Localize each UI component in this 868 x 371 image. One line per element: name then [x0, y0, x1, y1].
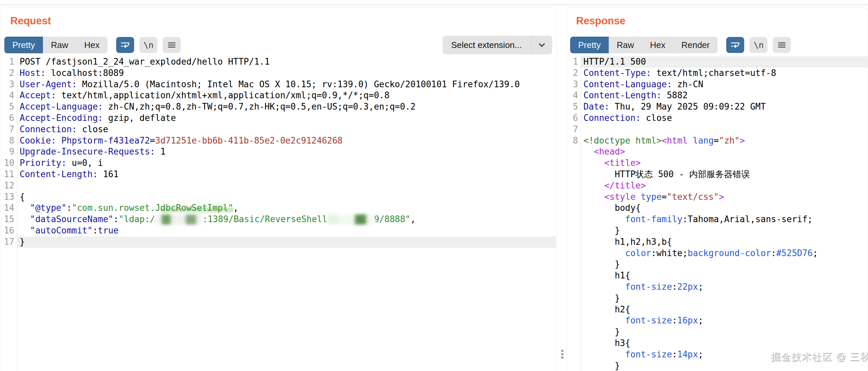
code-line[interactable]: 1HTTP/1.1 500	[567, 56, 868, 67]
line-number: 2	[1, 67, 17, 79]
code-line[interactable]: 7	[567, 124, 868, 135]
line-number	[567, 169, 581, 180]
code-text: "dataSourceName":"ldap:/:1389/Basic/Reve…	[17, 214, 556, 225]
code-line[interactable]: }	[567, 259, 868, 270]
line-number	[567, 304, 581, 315]
code-line[interactable]: 7Connection: close	[1, 124, 556, 135]
line-number: 5	[567, 101, 581, 113]
tab-render[interactable]: Render	[673, 37, 718, 53]
line-number: 3	[1, 79, 17, 90]
code-line[interactable]: 5Date: Thu, 29 May 2025 09:09:22 GMT	[567, 101, 868, 113]
editor-menu-button[interactable]	[163, 37, 181, 53]
code-text: h1{	[581, 270, 868, 281]
code-line[interactable]: 17}	[1, 236, 556, 248]
line-number	[567, 214, 581, 225]
code-line[interactable]: 16 "autoCommit":true	[1, 225, 556, 236]
code-line[interactable]: h1,h2,h3,b{	[567, 236, 868, 248]
code-line[interactable]: <title>	[567, 158, 868, 169]
code-line[interactable]: 6Accept-Encoding: gzip, deflate	[1, 113, 556, 124]
line-number	[567, 180, 581, 192]
code-line[interactable]: 3User-Agent: Mozilla/5.0 (Macintosh; Int…	[1, 79, 556, 90]
line-number	[567, 281, 581, 293]
line-number	[567, 338, 581, 349]
line-number: 12	[1, 180, 17, 192]
tab-hex[interactable]: Hex	[76, 37, 107, 53]
code-line[interactable]: }	[567, 326, 868, 338]
line-number: 6	[567, 113, 581, 124]
code-text: HTTP/1.1 500	[581, 56, 868, 67]
code-text: Content-Language: zh-CN	[581, 79, 868, 90]
code-text: HTTP状态 500 - 内部服务器错误	[581, 169, 868, 180]
code-line[interactable]: 2Host: localhost:8089	[1, 67, 556, 79]
code-line[interactable]: font-size:22px;	[567, 281, 868, 293]
tab-pretty[interactable]: Pretty	[4, 37, 43, 53]
code-line[interactable]: 1POST /fastjson1_2_24_war_exploded/hello…	[1, 56, 556, 67]
code-text: <style type="text/css">	[581, 192, 868, 203]
response-editor[interactable]: 1HTTP/1.1 5002Content-Type: text/html;ch…	[567, 56, 868, 371]
tab-pretty[interactable]: Pretty	[570, 37, 609, 53]
wrap-lines-icon	[730, 40, 740, 50]
code-text: }	[581, 225, 868, 236]
code-line[interactable]: 6Connection: close	[567, 113, 868, 124]
code-text	[581, 124, 868, 135]
code-line[interactable]: 3Content-Language: zh-CN	[567, 79, 868, 90]
wrap-lines-icon	[120, 40, 130, 50]
code-line[interactable]: 2Content-Type: text/html;charset=utf-8	[567, 67, 868, 79]
message-editor-view: Request PrettyRawHex \n	[0, 0, 868, 371]
chevron-down-icon	[531, 40, 552, 50]
editor-menu-button[interactable]	[773, 37, 791, 53]
request-panel-title: Request	[10, 15, 51, 27]
code-line[interactable]: 5Accept-Language: zh-CN,zh;q=0.8,zh-TW;q…	[1, 101, 556, 113]
code-line[interactable]: HTTP状态 500 - 内部服务器错误	[567, 169, 868, 180]
tab-raw[interactable]: Raw	[43, 37, 76, 53]
line-number: 5	[1, 101, 17, 113]
response-tab-group: PrettyRawHexRender	[570, 37, 718, 53]
code-line[interactable]: 8<!doctype html><html lang="zh">	[567, 135, 868, 146]
code-line[interactable]: 13{	[1, 192, 556, 203]
request-editor[interactable]: 1POST /fastjson1_2_24_war_exploded/hello…	[1, 56, 556, 371]
show-newlines-toggle-button[interactable]: \n	[749, 37, 768, 53]
line-number: 4	[567, 90, 581, 101]
request-panel: Request PrettyRawHex \n	[1, 7, 556, 371]
code-text: Accept-Language: zh-CN,zh;q=0.8,zh-TW;q=…	[17, 101, 556, 113]
code-text: }	[581, 326, 868, 338]
code-line[interactable]: 15 "dataSourceName":"ldap:/:1389/Basic/R…	[1, 214, 556, 225]
line-number: 17	[1, 236, 17, 248]
code-line[interactable]: <style type="text/css">	[567, 192, 868, 203]
code-line[interactable]: }	[567, 225, 868, 236]
panel-resize-handle[interactable]	[561, 349, 563, 359]
line-number: 3	[567, 79, 581, 90]
redacted-text	[155, 215, 203, 225]
code-line[interactable]: h3{	[567, 338, 868, 349]
code-line[interactable]: 4Content-Length: 5882	[567, 90, 868, 101]
code-line[interactable]: h2{	[567, 304, 868, 315]
wrap-lines-toggle-button[interactable]	[116, 37, 134, 53]
code-line[interactable]: 12	[1, 180, 556, 192]
code-line[interactable]: font-family:Tahoma,Arial,sans-serif;	[567, 214, 868, 225]
code-line[interactable]: <head>	[567, 146, 868, 158]
code-line[interactable]: 11Content-Length: 161	[1, 169, 556, 180]
newline-glyph: \n	[753, 40, 764, 50]
tab-raw[interactable]: Raw	[609, 37, 642, 53]
line-number	[567, 225, 581, 236]
code-line[interactable]: h1{	[567, 270, 868, 281]
wrap-lines-toggle-button[interactable]	[726, 37, 744, 53]
code-line[interactable]: 4Accept: text/html,application/xhtml+xml…	[1, 90, 556, 101]
tab-hex[interactable]: Hex	[642, 37, 673, 53]
code-line[interactable]: </title>	[567, 180, 868, 192]
code-line[interactable]: body{	[567, 202, 868, 214]
code-line[interactable]: }	[567, 293, 868, 304]
newline-glyph: \n	[144, 40, 153, 50]
extension-select-dropdown[interactable]: Select extension...	[443, 36, 552, 54]
code-text: h1,h2,h3,b{	[581, 236, 868, 248]
code-line[interactable]: 10Priority: u=0, i	[1, 158, 556, 169]
top-divider	[0, 5, 868, 5]
code-line[interactable]: 14 "@type":"com.sun.rowset.JdbcRowSetImp…	[1, 202, 556, 214]
code-text: h2{	[581, 304, 868, 315]
code-line[interactable]: 9Upgrade-Insecure-Requests: 1	[1, 146, 556, 158]
line-number: 7	[1, 124, 17, 135]
code-line[interactable]: color:white;background-color:#525D76;	[567, 248, 868, 259]
code-line[interactable]: 8Cookie: Phpstorm-f431ea72=3d71251e-bb6b…	[1, 135, 556, 146]
code-line[interactable]: font-size:16px;	[567, 315, 868, 326]
show-newlines-toggle-button[interactable]: \n	[140, 37, 157, 53]
